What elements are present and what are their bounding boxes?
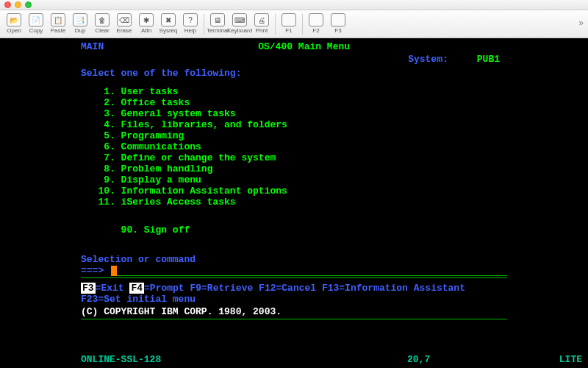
menu-item[interactable]: 9. Display a menu (0, 174, 588, 185)
print-button[interactable]: 🖨Print (251, 12, 273, 35)
fkey-row-2: F23=Set initial menu (0, 294, 588, 305)
clear-icon: 🗑 (95, 13, 110, 26)
fkey-row-1: F3=Exit F4=Prompt F9=Retrieve F12=Cancel… (0, 283, 588, 294)
system-value: PUB1 (477, 54, 500, 65)
menu-item[interactable]: 10. Information Assistant options (0, 185, 588, 197)
fkey-label: =Prompt (144, 283, 190, 294)
zoom-icon[interactable] (25, 1, 32, 8)
toolbar-label: Open (7, 27, 21, 34)
toolbar-label: Keyboard (227, 27, 252, 34)
command-label: Selection or command (0, 254, 588, 265)
fkey-f3[interactable]: F3 (81, 283, 96, 294)
fkey-label: =Exit (96, 283, 130, 294)
toolbar-label: Sysreq (159, 27, 178, 34)
status-bar: ONLINE-SSL-128 20,7 (81, 354, 544, 365)
attn-button[interactable]: ✱Attn (135, 12, 157, 35)
dup-icon: 📑 (73, 13, 87, 26)
toolbar-separator (275, 14, 276, 35)
window-titlebar (0, 0, 588, 10)
f3-button[interactable]: F3 (327, 12, 349, 35)
minimize-icon[interactable] (15, 1, 21, 8)
f2-icon (309, 13, 323, 26)
copy-icon: 📄 (29, 13, 43, 26)
menu-item[interactable]: 11. iSeries Access tasks (0, 197, 588, 208)
menu-item[interactable]: 1. User tasks (0, 86, 588, 97)
command-input[interactable]: ===> (0, 265, 588, 276)
print-icon: 🖨 (254, 13, 269, 26)
menu-item-signoff[interactable]: 90. Sign off (0, 213, 588, 247)
terminal-area[interactable]: MAIN OS/400 Main Menu System: PUB1 Selec… (0, 38, 588, 368)
f3-icon (331, 13, 345, 26)
open-icon: 📂 (7, 13, 21, 26)
toolbar-label: Paste (51, 27, 65, 34)
f1-icon (282, 13, 296, 26)
toolbar: 📂Open📄Copy📋Paste📑Dup🗑Clear⌫Erase✱Attn✖Sy… (0, 10, 588, 38)
fkey-f23[interactable]: F23=Set initial menu (81, 294, 196, 305)
sysreq-button[interactable]: ✖Sysreq (157, 12, 179, 35)
erase-icon: ⌫ (117, 13, 132, 26)
screen-code: MAIN (81, 41, 104, 52)
toolbar-separator (204, 14, 204, 35)
toolbar-label: F2 (312, 27, 319, 34)
system-label: System: (408, 54, 448, 65)
menu-item[interactable]: 6. Communications (0, 141, 588, 152)
toolbar-separator (302, 14, 303, 35)
toolbar-label: F3 (334, 27, 341, 34)
clear-button[interactable]: 🗑Clear (91, 12, 113, 35)
copy-button[interactable]: 📄Copy (25, 12, 47, 35)
cursor-icon (111, 266, 117, 276)
fkey-f13[interactable]: F13=Information Assistant (322, 283, 465, 294)
paste-button[interactable]: 📋Paste (47, 12, 69, 35)
fkey-f9[interactable]: F9=Retrieve (190, 283, 259, 294)
erase-button[interactable]: ⌫Erase (113, 12, 135, 35)
dup-button[interactable]: 📑Dup (69, 12, 91, 35)
toolbar-label: Terminal (207, 27, 229, 34)
status-connection: ONLINE-SSL-128 (81, 354, 161, 365)
terminal-icon: 🖥 (210, 13, 225, 26)
divider (81, 277, 507, 278)
page-title: OS/400 Main Menu (258, 41, 350, 52)
menu-item[interactable]: 7. Define or change the system (0, 152, 588, 163)
help-icon: ? (183, 13, 198, 26)
menu-item[interactable]: 4. Files, libraries, and folders (0, 119, 588, 130)
toolbar-label: Copy (29, 27, 43, 34)
toolbar-label: F1 (285, 27, 292, 34)
toolbar-label: Help (184, 27, 196, 34)
status-mode: LITE (559, 354, 582, 365)
toolbar-label: Attn (141, 27, 151, 34)
toolbar-label: Print (256, 27, 268, 34)
toolbar-label: Clear (95, 27, 109, 34)
sysreq-icon: ✖ (161, 13, 176, 26)
menu-item[interactable]: 3. General system tasks (0, 108, 588, 119)
menu-item[interactable]: 5. Programming (0, 130, 588, 141)
open-button[interactable]: 📂Open (3, 12, 25, 35)
paste-icon: 📋 (51, 13, 65, 26)
keyboard-button[interactable]: ⌨Keyboard (229, 12, 251, 35)
fkey-f4[interactable]: F4 (129, 283, 144, 294)
status-cursor-pos: 20,7 (161, 354, 544, 365)
f2-button[interactable]: F2 (305, 12, 327, 35)
help-button[interactable]: ?Help (179, 12, 201, 35)
fkey-f12[interactable]: F12=Cancel (259, 283, 322, 294)
toolbar-label: Erase (117, 27, 132, 34)
terminal-button[interactable]: 🖥Terminal (207, 12, 229, 35)
divider (81, 319, 507, 319)
menu-item[interactable]: 2. Office tasks (0, 97, 588, 108)
copyright-text: (C) COPYRIGHT IBM CORP. 1980, 2003. (0, 306, 588, 317)
toolbar-overflow-icon[interactable]: » (578, 18, 584, 28)
keyboard-icon: ⌨ (232, 13, 247, 26)
attn-icon: ✱ (139, 13, 154, 26)
toolbar-label: Dup (75, 27, 86, 34)
menu-list: 1. User tasks 2. Office tasks 3. General… (0, 86, 588, 208)
prompt-text: Select one of the following: (0, 68, 588, 79)
close-icon[interactable] (4, 1, 11, 8)
f1-button[interactable]: F1 (278, 12, 300, 35)
menu-item[interactable]: 8. Problem handling (0, 163, 588, 174)
